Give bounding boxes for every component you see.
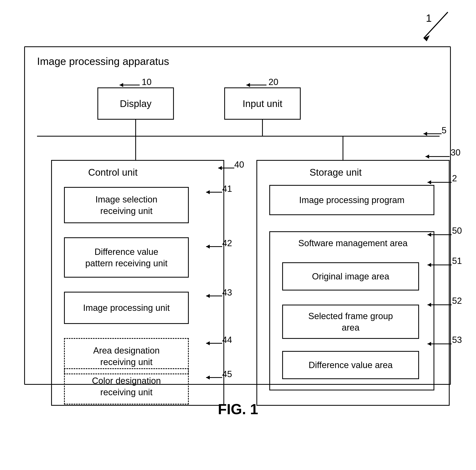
svg-marker-15 bbox=[206, 294, 210, 298]
svg-marker-25 bbox=[427, 233, 431, 237]
vline-control bbox=[135, 137, 136, 161]
software-management-area-box: Software management area Original image … bbox=[269, 231, 434, 390]
h-separator-line bbox=[37, 136, 440, 137]
label-53-ref: 53 bbox=[452, 335, 462, 345]
label-51-ref: 51 bbox=[452, 256, 462, 266]
selected-frame-group-area-label: Selected frame group area bbox=[308, 310, 393, 333]
apparatus-title: Image processing apparatus bbox=[37, 55, 169, 67]
image-processing-unit-box: Image processing unit bbox=[64, 292, 189, 324]
label-44-ref: 44 bbox=[222, 335, 232, 345]
input-unit-label: Input unit bbox=[242, 98, 282, 109]
label-30-ref: 30 bbox=[451, 147, 460, 158]
display-label: Display bbox=[120, 98, 151, 109]
storage-unit-label: Storage unit bbox=[309, 167, 362, 178]
label-input-ref: 20 bbox=[269, 77, 278, 87]
svg-marker-17 bbox=[206, 341, 210, 345]
color-designation-label: Color designation receiving unit bbox=[92, 375, 161, 398]
storage-unit-box: Storage unit Image processing program So… bbox=[256, 160, 450, 406]
figure-caption: FIG. 1 bbox=[218, 401, 258, 417]
original-image-area-label: Original image area bbox=[312, 271, 389, 282]
difference-value-pattern-box: Difference value pattern receiving unit bbox=[64, 237, 189, 278]
vline-input bbox=[262, 120, 263, 137]
display-box: Display bbox=[97, 88, 174, 120]
label-50-ref: 50 bbox=[452, 226, 462, 236]
difference-value-pattern-label: Difference value pattern receiving unit bbox=[85, 246, 168, 269]
main-apparatus-box: Image processing apparatus Display 10 In… bbox=[24, 46, 451, 385]
input-unit-box: Input unit bbox=[224, 88, 301, 120]
selected-frame-group-area-box: Selected frame group area bbox=[282, 305, 419, 339]
image-selection-receiving-unit-box: Image selection receiving unit bbox=[64, 187, 189, 223]
label-52-ref: 52 bbox=[452, 296, 462, 306]
image-processing-program-box: Image processing program bbox=[269, 185, 434, 215]
svg-marker-13 bbox=[206, 245, 210, 249]
svg-marker-27 bbox=[427, 263, 431, 267]
label-main-ref: 1 bbox=[426, 12, 432, 24]
svg-marker-1 bbox=[424, 35, 430, 41]
svg-marker-11 bbox=[206, 190, 210, 194]
difference-value-area-label: Difference value area bbox=[308, 359, 392, 371]
image-selection-label: Image selection receiving unit bbox=[95, 194, 157, 217]
original-image-area-box: Original image area bbox=[282, 262, 419, 290]
color-designation-receiving-unit-box: Color designation receiving unit bbox=[64, 368, 189, 404]
image-processing-unit-label: Image processing unit bbox=[83, 302, 170, 313]
label-display-ref: 10 bbox=[142, 77, 152, 87]
svg-marker-5 bbox=[246, 83, 250, 87]
label-41-ref: 41 bbox=[222, 184, 232, 194]
svg-marker-31 bbox=[427, 342, 431, 346]
software-management-area-label: Software management area bbox=[298, 238, 408, 248]
label-40-ref: 40 bbox=[234, 160, 244, 170]
control-unit-label: Control unit bbox=[88, 167, 137, 178]
svg-marker-3 bbox=[119, 83, 123, 87]
vline-storage bbox=[342, 137, 343, 161]
vline-display bbox=[135, 120, 136, 137]
label-43-ref: 43 bbox=[222, 288, 232, 298]
arrow-5-svg bbox=[417, 128, 454, 144]
control-unit-box: Control unit Image selection receiving u… bbox=[51, 160, 224, 406]
svg-marker-19 bbox=[206, 376, 210, 380]
label-5-ref: 5 bbox=[442, 125, 446, 135]
svg-marker-7 bbox=[424, 132, 427, 136]
svg-marker-21 bbox=[425, 155, 429, 159]
label-2-ref: 2 bbox=[452, 173, 457, 183]
difference-value-area-box: Difference value area bbox=[282, 351, 419, 379]
svg-marker-29 bbox=[427, 303, 431, 307]
svg-marker-23 bbox=[427, 180, 431, 184]
image-processing-program-label: Image processing program bbox=[299, 194, 404, 206]
label-45-ref: 45 bbox=[222, 369, 232, 379]
page: 1 Image processing apparatus Display 10 … bbox=[0, 0, 476, 470]
label-42-ref: 42 bbox=[222, 238, 232, 248]
area-designation-label: Area designation receiving unit bbox=[93, 345, 160, 368]
svg-marker-9 bbox=[218, 166, 222, 170]
